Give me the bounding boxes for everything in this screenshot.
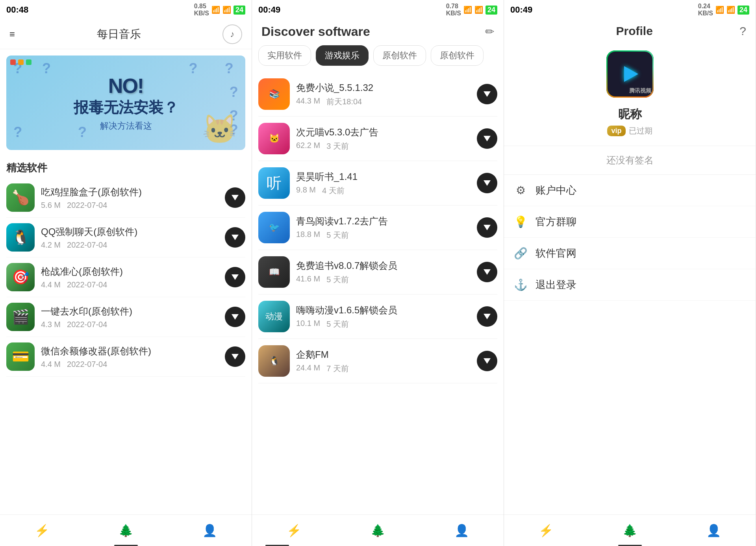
- menu-icon-0: ⚙: [513, 184, 528, 197]
- sw-name-5: 嗨嗨动漫v1.6.5解锁会员: [296, 304, 471, 316]
- download-btn-2[interactable]: [225, 267, 245, 287]
- sw-time-0: 前天18:04: [326, 96, 362, 107]
- tree-icon-1: 🌲: [119, 524, 133, 537]
- menu-row-0[interactable]: ⚙ 账户中心: [504, 175, 756, 206]
- window-dot-yellow: [18, 59, 24, 65]
- app-date-1: 2022-07-04: [67, 241, 107, 250]
- sw-size-1: 62.2 M: [296, 141, 320, 152]
- app-item: 🎯 枪战准心(原创软件) 4.4 M 2022-07-04: [6, 257, 245, 297]
- hamburger-menu-icon[interactable]: ≡: [9, 29, 15, 40]
- sw-download-arrow-2: [484, 180, 491, 186]
- battery-label-2: 24: [485, 6, 497, 15]
- tencent-label: 腾讯视频: [629, 87, 651, 94]
- app-size-2: 4.4 M: [41, 280, 61, 289]
- sw-download-btn-1[interactable]: [477, 128, 497, 149]
- status-bar-1: 00:48 0.85KB/S 📶 📶 24: [0, 0, 252, 20]
- download-btn-3[interactable]: [225, 307, 245, 327]
- nav-item-flash-2[interactable]: ⚡: [252, 524, 336, 537]
- cat-tab-utility[interactable]: 实用软件: [258, 45, 311, 66]
- app-name-3: 一键去水印(原创软件): [41, 305, 219, 318]
- vip-row: vip 已过期: [607, 126, 652, 136]
- cat-tab-original2[interactable]: 原创软件: [431, 45, 484, 66]
- sw-info-5: 嗨嗨动漫v1.6.5解锁会员 10.1 M 5 天前: [296, 304, 471, 329]
- sw-item: 听 昊昊听书_1.41 9.8 M 4 天前: [258, 161, 497, 205]
- status-time-3: 00:49: [510, 5, 532, 15]
- panel3-header: Profile ?: [504, 20, 756, 43]
- sw-name-3: 青鸟阅读v1.7.2去广告: [296, 215, 471, 228]
- app-name-1: QQ强制聊天(原创软件): [41, 226, 219, 238]
- app-item: 🍗 吃鸡捏脸盒子(原创软件) 5.6 M 2022-07-04: [6, 178, 245, 218]
- nav-item-user-3[interactable]: 👤: [672, 524, 756, 537]
- nav-item-user-1[interactable]: 👤: [168, 524, 252, 537]
- flash-icon-2: ⚡: [287, 524, 301, 537]
- music-btn[interactable]: ♪: [222, 24, 242, 44]
- wifi-icon-3: 📶: [715, 6, 724, 14]
- network-speed-3: 0.24KB/S: [698, 3, 713, 17]
- app-meta-4: 4.4 M 2022-07-04: [41, 360, 219, 369]
- sw-download-btn-2[interactable]: [477, 173, 497, 193]
- sw-size-4: 41.6 M: [296, 274, 320, 285]
- network-speed-1: 0.85KB/S: [194, 3, 209, 17]
- cat-tab-original1[interactable]: 原创软件: [373, 45, 426, 66]
- menu-label-2: 软件官网: [536, 246, 576, 260]
- app-item: 💳 微信余额修改器(原创软件) 4.4 M 2022-07-04: [6, 337, 245, 377]
- panel2-header: Discover software ✏: [252, 20, 504, 45]
- sw-download-btn-5[interactable]: [477, 306, 497, 327]
- sw-download-btn-0[interactable]: [477, 84, 497, 104]
- status-time-1: 00:48: [6, 5, 28, 15]
- nav-item-tree-1[interactable]: 🌲: [84, 524, 168, 537]
- battery-label-3: 24: [737, 6, 749, 15]
- sw-download-btn-6[interactable]: [477, 351, 497, 371]
- app-meta-1: 4.2 M 2022-07-04: [41, 241, 219, 250]
- menu-row-2[interactable]: 🔗 软件官网: [504, 238, 756, 269]
- app-info-1: QQ强制聊天(原创软件) 4.2 M 2022-07-04: [41, 226, 219, 250]
- sw-download-btn-3[interactable]: [477, 217, 497, 238]
- no-signature-text: 还没有签名: [606, 155, 654, 165]
- nav-item-user-2[interactable]: 👤: [420, 524, 504, 537]
- app-meta-3: 4.3 M 2022-07-04: [41, 320, 219, 329]
- sw-meta-1: 62.2 M 3 天前: [296, 141, 471, 152]
- sw-time-3: 5 天前: [326, 230, 349, 241]
- app-info-2: 枪战准心(原创软件) 4.4 M 2022-07-04: [41, 265, 219, 289]
- download-btn-1[interactable]: [225, 227, 245, 248]
- user-icon-2: 👤: [454, 524, 469, 537]
- app-info-4: 微信余额修改器(原创软件) 4.4 M 2022-07-04: [41, 345, 219, 369]
- status-bar-3: 00:49 0.24KB/S 📶 📶 24: [504, 0, 756, 20]
- download-btn-4[interactable]: [225, 346, 245, 367]
- menu-row-3[interactable]: ⚓ 退出登录: [504, 269, 756, 301]
- menu-row-1[interactable]: 💡 官方群聊: [504, 206, 756, 238]
- edit-icon[interactable]: ✏: [485, 25, 494, 38]
- sw-size-5: 10.1 M: [296, 319, 320, 329]
- sw-icon-0: 📚: [258, 78, 290, 110]
- sw-item: 📚 免费小说_5.5.1.32 44.3 M 前天18:04: [258, 72, 497, 117]
- download-btn-0[interactable]: [225, 187, 245, 208]
- window-dots: [10, 59, 32, 65]
- sw-info-3: 青鸟阅读v1.7.2去广告 18.8 M 5 天前: [296, 215, 471, 241]
- signal-icon-1: 📶: [222, 6, 231, 14]
- banner-content: NO! 报毒无法安装？ 解决方法看这: [74, 74, 178, 132]
- expired-text: 已过期: [629, 126, 652, 136]
- sw-name-1: 次元喵v5.3.0去广告: [296, 126, 471, 139]
- help-icon[interactable]: ?: [739, 24, 746, 38]
- sw-info-0: 免费小说_5.5.1.32 44.3 M 前天18:04: [296, 81, 471, 107]
- status-time-2: 00:49: [258, 5, 280, 15]
- sw-icon-5: 动漫: [258, 301, 290, 332]
- sw-time-4: 5 天前: [326, 274, 349, 285]
- download-arrow-1: [232, 235, 239, 240]
- sw-item: 🐧 企鹅FM 24.4 M 7 天前: [258, 339, 497, 383]
- sw-download-btn-4[interactable]: [477, 262, 497, 282]
- cat-illustration: 🐱: [202, 113, 237, 146]
- cat-tab-games[interactable]: 游戏娱乐: [316, 45, 369, 66]
- sw-size-2: 9.8 M: [296, 185, 316, 196]
- nav-item-flash-3[interactable]: ⚡: [504, 524, 588, 537]
- nav-item-tree-3[interactable]: 🌲: [588, 524, 672, 537]
- app-item: 🐧 QQ强制聊天(原创软件) 4.2 M 2022-07-04: [6, 218, 245, 257]
- sw-item: 🐱 次元喵v5.3.0去广告 62.2 M 3 天前: [258, 117, 497, 161]
- sw-time-6: 7 天前: [326, 363, 349, 374]
- banner-image[interactable]: ? ? ? ? ? ? ? ? ? NO! 报毒无法安装？ 解决方法看这 🐱: [6, 56, 245, 150]
- profile-title: Profile: [616, 24, 652, 38]
- vip-badge: vip: [607, 126, 625, 136]
- nav-item-flash-1[interactable]: ⚡: [0, 524, 84, 537]
- flash-icon-3: ⚡: [539, 524, 553, 537]
- nav-item-tree-2[interactable]: 🌲: [336, 524, 420, 537]
